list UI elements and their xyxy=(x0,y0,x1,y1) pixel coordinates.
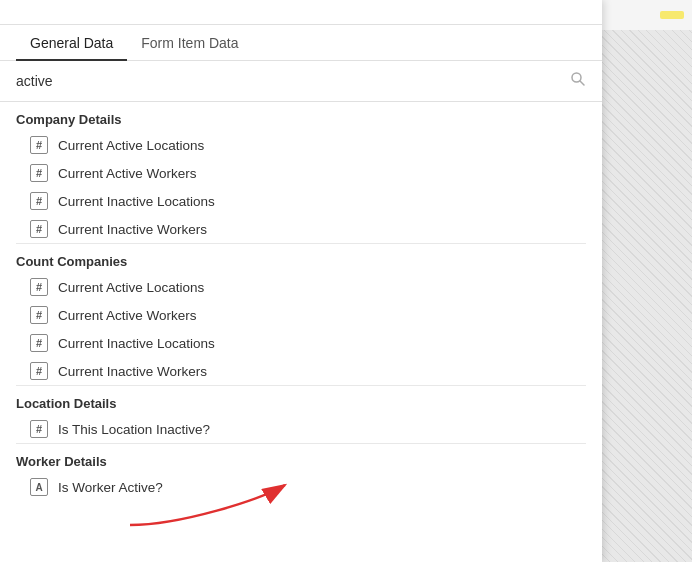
svg-line-1 xyxy=(580,81,584,85)
section-header-count-companies: Count Companies xyxy=(0,244,602,273)
list-item[interactable]: #Current Active Locations xyxy=(0,131,602,159)
list-item[interactable]: #Current Inactive Workers xyxy=(0,215,602,243)
search-icon xyxy=(570,71,586,91)
search-bar xyxy=(0,61,602,102)
list-item[interactable]: #Is This Location Inactive? xyxy=(0,415,602,443)
field-label: Current Inactive Locations xyxy=(58,194,215,209)
modal-header xyxy=(0,0,602,25)
section-worker-details: Worker DetailsAIs Worker Active? xyxy=(0,443,602,501)
number-field-icon: # xyxy=(30,278,48,296)
field-label: Current Active Workers xyxy=(58,308,197,323)
list-item[interactable]: #Current Inactive Locations xyxy=(0,329,602,357)
list-item[interactable]: #Current Active Workers xyxy=(0,159,602,187)
field-label: Is Worker Active? xyxy=(58,480,163,495)
field-label: Current Inactive Workers xyxy=(58,222,207,237)
close-button[interactable] xyxy=(578,12,586,16)
list-item[interactable]: #Current Active Workers xyxy=(0,301,602,329)
section-location-details: Location Details#Is This Location Inacti… xyxy=(0,385,602,443)
section-header-location-details: Location Details xyxy=(0,386,602,415)
number-field-icon: # xyxy=(30,362,48,380)
list-item[interactable]: #Current Active Locations xyxy=(0,273,602,301)
add-button[interactable] xyxy=(660,11,684,19)
hatch-background xyxy=(602,0,692,562)
number-field-icon: # xyxy=(30,220,48,238)
list-item[interactable]: AIs Worker Active? xyxy=(0,473,602,501)
tab-form-item-data[interactable]: Form Item Data xyxy=(127,25,252,61)
tab-bar: General Data Form Item Data xyxy=(0,25,602,61)
number-field-icon: # xyxy=(30,192,48,210)
search-input[interactable] xyxy=(16,73,562,89)
number-field-icon: # xyxy=(30,164,48,182)
field-label: Current Inactive Workers xyxy=(58,364,207,379)
field-label: Is This Location Inactive? xyxy=(58,422,210,437)
top-bar xyxy=(602,0,692,30)
field-label: Current Active Locations xyxy=(58,280,204,295)
text-field-icon: A xyxy=(30,478,48,496)
section-company-details: Company Details#Current Active Locations… xyxy=(0,102,602,243)
field-label: Current Inactive Locations xyxy=(58,336,215,351)
list-item[interactable]: #Current Inactive Locations xyxy=(0,187,602,215)
section-header-worker-details: Worker Details xyxy=(0,444,602,473)
section-count-companies: Count Companies#Current Active Locations… xyxy=(0,243,602,385)
number-field-icon: # xyxy=(30,420,48,438)
tab-general-data[interactable]: General Data xyxy=(16,25,127,61)
section-header-company-details: Company Details xyxy=(0,102,602,131)
list-item[interactable]: #Current Inactive Workers xyxy=(0,357,602,385)
number-field-icon: # xyxy=(30,334,48,352)
field-label: Current Active Locations xyxy=(58,138,204,153)
field-list: Company Details#Current Active Locations… xyxy=(0,102,602,562)
number-field-icon: # xyxy=(30,306,48,324)
number-field-icon: # xyxy=(30,136,48,154)
field-label: Current Active Workers xyxy=(58,166,197,181)
filter-modal: General Data Form Item Data Company Deta… xyxy=(0,0,602,562)
